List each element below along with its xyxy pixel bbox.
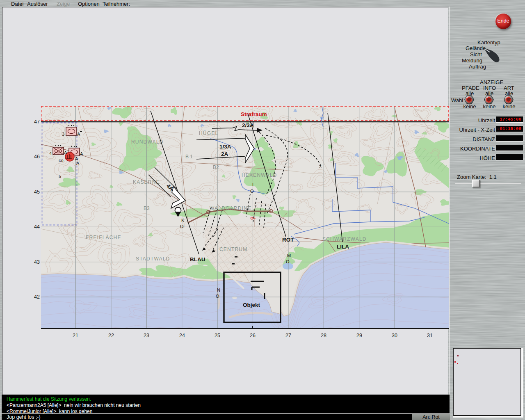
- svg-text:Strafraum: Strafraum: [241, 111, 267, 117]
- svg-text:LILA: LILA: [337, 244, 349, 250]
- svg-text:K: K: [181, 218, 185, 223]
- svg-text:M: M: [287, 253, 291, 258]
- svg-text:A: A: [80, 151, 83, 156]
- svg-text:47: 47: [34, 119, 40, 125]
- svg-text:2A: 2A: [221, 151, 228, 157]
- svg-text:3: 3: [62, 132, 64, 137]
- svg-text:43: 43: [34, 259, 40, 265]
- svg-text:42: 42: [34, 294, 40, 300]
- svg-text:45: 45: [34, 189, 40, 195]
- svg-text:44: 44: [34, 224, 40, 230]
- svg-text:BLAU: BLAU: [190, 256, 205, 262]
- svg-text:25: 25: [215, 333, 220, 338]
- svg-text:RUNDWALD: RUNDWALD: [131, 139, 164, 145]
- svg-text:46: 46: [34, 154, 40, 160]
- svg-text:WALDGARDINE: WALDGARDINE: [210, 205, 251, 211]
- svg-text:24: 24: [179, 333, 185, 338]
- svg-text:31: 31: [427, 333, 433, 338]
- svg-text:2: 2: [319, 164, 322, 169]
- svg-text:1/3A: 1/3A: [219, 144, 231, 150]
- svg-text:5: 5: [59, 174, 61, 179]
- svg-text:A: A: [76, 161, 80, 166]
- svg-text:29: 29: [356, 333, 362, 338]
- svg-text:4: 4: [49, 151, 52, 156]
- svg-text:27: 27: [285, 333, 291, 338]
- svg-text:B2: B2: [213, 164, 219, 170]
- svg-text:STADTWALD: STADTWALD: [136, 256, 170, 262]
- svg-text:A: A: [64, 150, 67, 155]
- svg-text:30: 30: [392, 333, 397, 338]
- svg-text:L: L: [252, 182, 255, 187]
- svg-text:21: 21: [73, 333, 78, 338]
- svg-text:N: N: [217, 288, 220, 292]
- svg-text:O: O: [180, 224, 184, 229]
- svg-text:26: 26: [250, 333, 256, 338]
- svg-text:Objekt: Objekt: [243, 302, 260, 308]
- svg-text:O: O: [216, 294, 219, 299]
- svg-text:2/3A: 2/3A: [242, 122, 254, 128]
- svg-text:HÜGEL: HÜGEL: [199, 130, 218, 136]
- svg-text:23: 23: [144, 333, 149, 338]
- svg-text:HEXENWALD: HEXENWALD: [242, 172, 277, 178]
- svg-text:co: co: [59, 158, 64, 163]
- svg-text:A: A: [77, 132, 80, 137]
- svg-text:FREIFLÄCHE: FREIFLÄCHE: [86, 235, 121, 240]
- svg-text:CENTRUM: CENTRUM: [219, 247, 247, 252]
- svg-text:22: 22: [108, 333, 114, 338]
- svg-text:O: O: [250, 189, 254, 194]
- svg-text:28: 28: [321, 333, 326, 338]
- svg-text:SCHWARZWALD: SCHWARZWALD: [322, 236, 367, 242]
- svg-text:O: O: [286, 259, 290, 264]
- svg-text:ROT: ROT: [282, 237, 294, 243]
